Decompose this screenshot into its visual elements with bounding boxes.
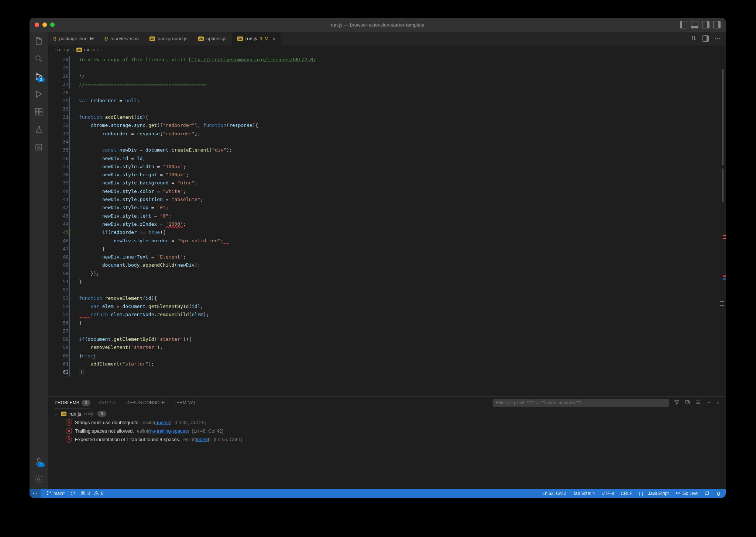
close-window-button[interactable] (35, 22, 39, 27)
code-content[interactable]: To view a copy of this license, visit ht… (75, 54, 716, 396)
panel-tabs: PROBLEMS3 OUTPUT DEBUG CONSOLE TERMINAL … (48, 397, 726, 409)
run-debug-icon[interactable] (34, 89, 44, 99)
language-mode-status[interactable]: { } JavaScript (639, 491, 669, 496)
codeql-icon[interactable]: QL (34, 142, 44, 152)
toggle-panel-icon[interactable] (691, 21, 698, 28)
svg-point-4 (36, 97, 37, 97)
search-icon[interactable] (34, 54, 44, 63)
eslint-rule-link[interactable]: indent (196, 437, 209, 442)
go-live-button[interactable]: Go Live (676, 491, 698, 497)
view-as-list-icon[interactable] (695, 399, 701, 406)
overview-cursor-icon (720, 301, 724, 306)
error-icon: ✕ (66, 419, 72, 426)
cursor-position-status[interactable]: Ln 62, Col 2 (542, 491, 566, 496)
eol-status[interactable]: CRLF (621, 491, 632, 496)
panel-tab-problems[interactable]: PROBLEMS3 (55, 397, 90, 409)
minimize-window-button[interactable] (42, 22, 47, 27)
eslint-rule-link[interactable]: no-trailing-spaces (150, 428, 188, 434)
problems-list: ⌄ JS run.js src/js 3 ✕Strings must use d… (48, 409, 726, 489)
problem-item[interactable]: ✕Trailing spaces not allowed. eslint(no-… (55, 427, 719, 435)
toggle-secondary-sidebar-icon[interactable] (702, 21, 709, 28)
js-icon: JS (61, 412, 66, 416)
remote-indicator[interactable] (30, 489, 41, 498)
close-panel-icon[interactable]: × (717, 400, 719, 405)
svg-point-11 (37, 458, 40, 461)
svg-rect-13 (685, 401, 688, 403)
bottom-panel: PROBLEMS3 OUTPUT DEBUG CONSOLE TERMINAL … (48, 396, 726, 489)
notifications-bell-icon[interactable] (716, 491, 721, 496)
json-icon: {} (104, 36, 108, 41)
chevron-right-icon: › (73, 47, 74, 52)
panel-tab-output[interactable]: OUTPUT (99, 397, 117, 409)
titlebar-layout-controls (680, 21, 721, 28)
extensions-icon[interactable] (34, 107, 44, 117)
error-icon: ✕ (66, 436, 72, 443)
tab-package-json[interactable]: {}package.jsonM (48, 32, 99, 45)
problems-filter-input[interactable] (493, 399, 669, 407)
scm-badge: 3 (37, 77, 45, 82)
problem-item[interactable]: ✕Strings must use doublequote. eslint(qu… (55, 418, 719, 427)
gutter-change-markers (69, 56, 70, 396)
vscode-window: run.js — browser-extension-starter-templ… (30, 18, 726, 498)
testing-icon[interactable] (34, 125, 44, 134)
indentation-status[interactable]: Tab Size: 4 (573, 491, 595, 496)
more-actions-icon[interactable]: ⋯ (715, 35, 721, 42)
git-branch-status[interactable]: main* (47, 491, 65, 497)
svg-point-16 (50, 492, 51, 492)
panel-tab-terminal[interactable]: TERMINAL (174, 397, 196, 409)
svg-rect-8 (39, 112, 42, 115)
panel-tab-debug-console[interactable]: DEBUG CONSOLE (126, 397, 165, 409)
split-editor-icon[interactable] (702, 35, 709, 42)
window-title: run.js — browser-extension-starter-templ… (331, 22, 425, 28)
json-icon: {} (53, 36, 56, 41)
chevron-right-icon: › (97, 47, 99, 52)
line-number-gutter: 2425262728293031323334353637383940414243… (48, 54, 75, 396)
accounts-icon[interactable]: 1 (34, 457, 44, 466)
explorer-icon[interactable] (34, 36, 44, 46)
eslint-rule-link[interactable]: quotes (155, 420, 170, 425)
code-editor[interactable]: 2425262728293031323334353637383940414243… (48, 54, 726, 396)
chevron-right-icon: › (63, 47, 65, 52)
svg-rect-5 (35, 108, 38, 111)
svg-rect-7 (35, 112, 38, 115)
svg-point-14 (47, 491, 48, 492)
svg-text:QL: QL (37, 146, 41, 149)
feedback-icon[interactable] (704, 491, 709, 496)
svg-point-0 (36, 56, 40, 60)
problems-count-badge: 3 (82, 400, 90, 406)
svg-point-12 (38, 478, 40, 480)
js-icon: JS (237, 37, 243, 41)
problems-file-row[interactable]: ⌄ JS run.js src/js 3 (55, 411, 719, 417)
svg-rect-6 (39, 108, 42, 111)
chevron-down-icon: ⌄ (55, 412, 58, 416)
encoding-status[interactable]: UTF-8 (602, 491, 614, 496)
error-warning-status[interactable]: 3 0 (80, 491, 103, 497)
tab-background-js[interactable]: JSbackground.js (144, 32, 193, 45)
close-tab-icon[interactable]: × (272, 35, 276, 42)
filter-icon[interactable] (674, 399, 680, 406)
problem-item[interactable]: ✕Expected indentation of 1 tab but found… (55, 435, 719, 444)
breadcrumb[interactable]: src› js› JSrun.js› ... (48, 45, 726, 54)
tab-manifest-json[interactable]: {}manifest.json (99, 32, 144, 45)
source-control-icon[interactable]: 3 (34, 72, 44, 81)
svg-point-1 (36, 73, 38, 75)
compare-changes-icon[interactable] (691, 35, 697, 42)
js-icon: JS (150, 37, 155, 41)
maximize-panel-icon[interactable] (706, 400, 711, 406)
editor-group: {}package.jsonM {}manifest.json JSbackgr… (48, 32, 726, 489)
customize-layout-icon[interactable] (713, 21, 721, 28)
js-icon: JS (198, 37, 204, 41)
minimap[interactable] (716, 54, 726, 396)
file-problem-count-badge: 3 (97, 411, 106, 417)
editor-tabs: {}package.jsonM {}manifest.json JSbackgr… (48, 32, 726, 45)
toggle-sidebar-icon[interactable] (680, 21, 687, 28)
tab-options-js[interactable]: JSoptions.js (193, 32, 232, 45)
svg-point-15 (47, 494, 48, 495)
sync-changes-button[interactable] (70, 491, 75, 496)
collapse-all-icon[interactable] (685, 399, 690, 406)
titlebar: run.js — browser-extension-starter-templ… (30, 18, 726, 32)
traffic-lights (35, 22, 55, 27)
settings-gear-icon[interactable] (34, 474, 44, 484)
maximize-window-button[interactable] (50, 22, 55, 27)
tab-run-js[interactable]: JSrun.js3, M× (232, 32, 281, 45)
